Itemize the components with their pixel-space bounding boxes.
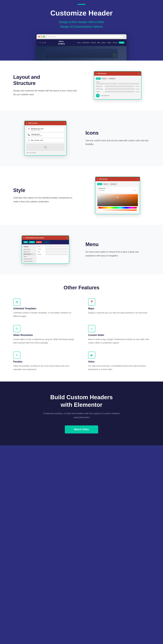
maps-desc: Display a map that you can edit and add … — [88, 311, 150, 314]
unlimited-templates-desc: Unlimited number of header templates, to… — [13, 311, 75, 318]
page-top: Customize Header Design A Rich Header Wi… — [0, 0, 163, 60]
parallax-desc: Utilize the parallax scrolling for the m… — [13, 364, 75, 371]
cta-section: Build Custom Headers with Elementor Cust… — [0, 382, 163, 446]
feature-layout-desc: Design and customize the header with the… — [13, 89, 78, 96]
feature-layout-image: ☰ Edit Section ✕ Box Border Advanced Lay… — [86, 71, 150, 100]
feature-layout-text: Layout and Structure Design and customiz… — [13, 74, 78, 96]
cta-title: Build Custom Headers with Elementor — [13, 394, 150, 408]
feature-menu-title: Menu — [86, 242, 150, 248]
slider-revolution-icon: ⊙ — [13, 325, 20, 332]
maps-title: Maps — [88, 307, 150, 310]
icons-mockup: ☰ Edit Icon Box ✕ 📍 6970 Brand Ave. Driv… — [24, 121, 66, 156]
features-grid: ⊞ Unlimited Templates Unlimited number o… — [13, 298, 150, 371]
feature-icons-section: Icons Use any custom icons and set your … — [0, 110, 163, 166]
custom-slider-icon: ▭ — [88, 325, 95, 332]
feature-menu-desc: So many menu styles to choose from to gi… — [86, 250, 150, 258]
other-features-section: Other Features ⊞ Unlimited Templates Unl… — [0, 274, 163, 382]
video-title: Video — [88, 360, 150, 363]
email-icon-large: ✉ — [26, 144, 64, 151]
feature-icons-desc: Use any custom icons and set your data w… — [86, 139, 150, 146]
feature-style-image: ☰ Edit Section ✕ Box Border Advanced Bac… — [86, 177, 150, 214]
slider-revolution-title: Slider Revolution — [13, 334, 75, 336]
browser-logo: REALHOMES — [58, 40, 65, 45]
style-mockup: ☰ Edit Section ✕ Box Border Advanced Bac… — [95, 177, 140, 214]
feature-layout-title: Layout and Structure — [13, 74, 78, 86]
feature-item-slider-revolution: ⊙ Slider Revolution Create sliders of an… — [13, 325, 75, 344]
feature-item-video: ▶ Video For improved conversion, immedia… — [88, 352, 150, 371]
browser-mockup: realhomes.com f t in g+ REALHOMES Home R… — [36, 34, 126, 60]
feature-icons-image: ☰ Edit Icon Box ✕ 📍 6970 Brand Ave. Driv… — [13, 121, 78, 156]
menu-mockup: ☰ Edit RealHomes Nav Menu ✕ Blog Gallery… — [22, 236, 69, 264]
feature-icons-text: Icons Use any custom icons and set your … — [86, 130, 150, 146]
feature-icons-title: Icons — [86, 130, 150, 136]
feature-layout-section: Layout and Structure Design and customiz… — [0, 60, 163, 110]
custom-slider-title: Custom Slider — [88, 334, 150, 336]
maps-icon: 📍 — [88, 298, 95, 306]
feature-item-maps: 📍 Maps Display a map that you can edit a… — [88, 298, 150, 318]
browser-top-bar: realhomes.com — [36, 34, 126, 39]
feature-style-desc: Unlimited color options for the individu… — [13, 196, 78, 204]
watch-video-button[interactable]: Watch Video — [65, 426, 98, 434]
add-widget-btn[interactable]: + — [96, 94, 100, 98]
feature-item-parallax: ≡ Parallax Utilize the parallax scrollin… — [13, 352, 75, 371]
main-content: Layout and Structure Design and customiz… — [0, 60, 163, 446]
top-accent-bar — [78, 4, 86, 5]
feature-menu-section: Menu So many menu styles to choose from … — [0, 225, 163, 274]
login-button[interactable]: Login — [119, 42, 124, 44]
color-picker[interactable] — [97, 194, 138, 212]
unlimited-templates-icon: ⊞ — [13, 298, 20, 306]
slider-revolution-desc: Create sliders of any complexity by usin… — [13, 338, 75, 344]
feature-style-section: Style Unlimited color options for the in… — [0, 166, 163, 225]
video-desc: For improved conversion, immediately pre… — [88, 364, 150, 371]
feature-menu-image: ☰ Edit RealHomes Nav Menu ✕ Blog Gallery… — [13, 236, 78, 264]
video-icon: ▶ — [88, 352, 95, 359]
other-features-title: Other Features — [13, 285, 150, 290]
hero-section: Customize Header Design A Rich Header Wi… — [0, 9, 163, 34]
unlimited-templates-title: Unlimited Templates — [13, 307, 75, 310]
hero-title: Customize Header — [26, 9, 136, 17]
parallax-title: Parallax — [13, 360, 75, 363]
cta-desc: Customize existing, or build new headers… — [40, 412, 122, 420]
custom-slider-desc: Want to avoid using a plugin? RealHomes … — [88, 338, 150, 344]
layout-mockup: ☰ Edit Section ✕ Box Border Advanced Lay… — [94, 71, 142, 100]
feature-style-title: Style — [13, 188, 78, 194]
feature-item-unlimited-templates: ⊞ Unlimited Templates Unlimited number o… — [13, 298, 75, 318]
feature-style-text: Style Unlimited color options for the in… — [13, 188, 78, 204]
feature-item-custom-slider: ▭ Custom Slider Want to avoid using a pl… — [88, 325, 150, 344]
parallax-icon: ≡ — [13, 352, 20, 359]
browser-nav: f t in g+ REALHOMES Home Real Estate Pro… — [36, 39, 126, 46]
hero-subtitle: Design A Rich Header With A Wide Range O… — [26, 20, 136, 29]
feature-menu-text: Menu So many menu styles to choose from … — [86, 242, 150, 258]
browser-hero-area — [36, 46, 126, 60]
